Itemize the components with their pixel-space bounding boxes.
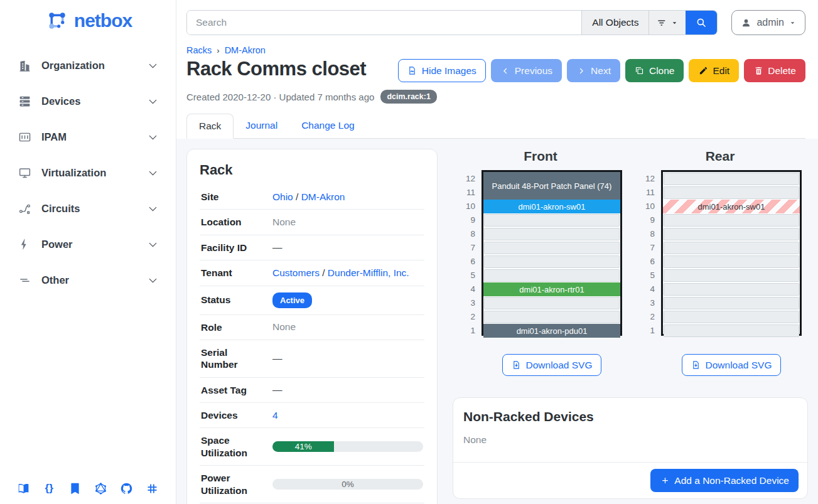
rack-slot-u2[interactable] — [663, 310, 800, 324]
book-open-icon[interactable] — [16, 481, 30, 495]
download-svg-button[interactable]: Download SVG — [682, 354, 782, 376]
empty-unit[interactable] — [484, 255, 620, 268]
empty-unit[interactable] — [484, 214, 620, 227]
sidebar-item-power[interactable]: Power — [0, 227, 176, 262]
rack-slot-u2[interactable] — [483, 310, 620, 324]
info-row-role: RoleNone — [200, 315, 424, 340]
value-link[interactable]: 4 — [272, 410, 278, 421]
breadcrumb-racks[interactable]: Racks — [186, 45, 212, 55]
value-link[interactable]: Ohio — [272, 191, 293, 202]
info-label: Location — [201, 216, 262, 228]
sidebar-item-circuits[interactable]: Circuits — [0, 191, 176, 227]
server-icon — [18, 95, 31, 109]
download-svg-button[interactable]: Download SVG — [502, 354, 602, 376]
search-input[interactable] — [187, 11, 581, 35]
rack-slot-u4[interactable] — [663, 282, 800, 296]
empty-unit[interactable] — [484, 297, 620, 309]
hide-images-button[interactable]: Hide Images — [398, 59, 486, 82]
user-menu[interactable]: admin — [731, 10, 805, 35]
non-racked-devices-card: Non-Racked Devices None Add a Non-Racked… — [453, 397, 808, 499]
breadcrumb-dm-akron[interactable]: DM-Akron — [225, 45, 266, 55]
elevation-body: 121110987654321Panduit 48-Port Patch Pan… — [459, 170, 622, 338]
sidebar-item-virtualization[interactable]: Virtualization — [0, 155, 176, 191]
rack-slot-u6[interactable] — [663, 255, 800, 269]
non-racked-title: Non-Racked Devices — [463, 409, 797, 424]
created-updated-text: Created 2020-12-20 · Updated 7 months ag… — [186, 92, 374, 102]
github-icon[interactable] — [120, 481, 134, 495]
empty-unit[interactable] — [664, 324, 799, 337]
braces-icon[interactable]: {} — [42, 481, 56, 495]
empty-unit[interactable] — [484, 228, 620, 240]
progress-label: 0% — [272, 479, 423, 490]
rack-slot-u6[interactable] — [483, 255, 620, 269]
bookmark-icon[interactable] — [68, 481, 82, 495]
rack-slot-u7[interactable] — [483, 241, 620, 255]
app: netbox OrganizationDevicesIPAMVirtualiza… — [0, 0, 818, 504]
add-non-racked-device-button[interactable]: Add a Non-Racked Device — [650, 469, 799, 492]
sidebar-item-other[interactable]: Other — [0, 262, 176, 298]
info-label: Devices — [201, 409, 262, 421]
rack-device[interactable]: dmi01-akron-rtr01 — [483, 282, 620, 296]
empty-unit[interactable] — [664, 214, 799, 227]
graphql-icon[interactable] — [94, 481, 108, 495]
rack-device[interactable]: Panduit 48-Port Patch Panel (74) — [483, 172, 620, 200]
empty-unit[interactable] — [664, 269, 799, 282]
unit-number: 8 — [638, 227, 655, 241]
empty-unit[interactable] — [664, 297, 799, 309]
empty-unit[interactable] — [664, 255, 799, 268]
rack-device[interactable]: dmi01-akron-sw01 — [483, 200, 620, 213]
delete-button[interactable]: Delete — [744, 59, 805, 82]
rack-slot-u3[interactable] — [483, 296, 620, 310]
rack-slot-u7[interactable] — [663, 241, 800, 255]
next-button[interactable]: Next — [567, 59, 620, 82]
value-link[interactable]: DM-Akron — [301, 191, 345, 202]
empty-unit[interactable] — [664, 228, 799, 240]
unit-number: 9 — [459, 213, 475, 227]
chevron-right-icon: › — [217, 46, 219, 55]
sidebar-item-devices[interactable]: Devices — [0, 83, 176, 119]
rack-slot-u1[interactable] — [663, 324, 800, 338]
empty-unit[interactable] — [664, 242, 799, 254]
rack-slot-u11[interactable] — [663, 186, 800, 200]
rack-slot-u9[interactable] — [483, 213, 620, 227]
rack-slot-u8[interactable] — [483, 227, 620, 241]
slack-icon[interactable] — [146, 481, 159, 495]
edit-button[interactable]: Edit — [689, 59, 739, 82]
empty-unit[interactable] — [484, 242, 620, 254]
object-type-select[interactable]: All Objects — [581, 11, 648, 35]
chevron-down-icon — [147, 239, 159, 251]
page-title: Rack Comms closet — [186, 58, 366, 80]
rack-slot-u12[interactable] — [663, 172, 800, 186]
rack-slot-u3[interactable] — [663, 296, 800, 310]
value-link[interactable]: Customers — [272, 267, 320, 278]
rack-card-title: Rack — [200, 162, 424, 178]
empty-unit[interactable] — [484, 269, 620, 282]
main: All Objects admin Racks › — [176, 0, 818, 504]
search-button[interactable] — [686, 11, 717, 35]
empty-unit[interactable] — [664, 186, 799, 199]
clone-button[interactable]: Clone — [625, 59, 684, 82]
rack-slot-u8[interactable] — [663, 227, 800, 241]
sidebar: netbox OrganizationDevicesIPAMVirtualiza… — [0, 0, 176, 504]
search-filter-button[interactable] — [648, 11, 686, 35]
rack-device[interactable]: dmi01-akron-pdu01 — [483, 324, 620, 338]
unit-number: 7 — [638, 241, 655, 255]
sidebar-item-organization[interactable]: Organization — [0, 48, 176, 83]
previous-button[interactable]: Previous — [491, 59, 562, 82]
empty-unit[interactable] — [484, 311, 620, 323]
empty-unit[interactable] — [664, 283, 799, 296]
rack-slot-u5[interactable] — [483, 269, 620, 282]
netbox-logo[interactable]: netbox — [0, 0, 176, 39]
value-link[interactable]: Dunder-Mifflin, Inc. — [328, 267, 409, 278]
rack-slot-u9[interactable] — [663, 213, 800, 227]
tab-journal[interactable]: Journal — [234, 114, 289, 138]
rack-device[interactable]: dmi01-akron-sw01 — [663, 200, 800, 213]
rack-slot-u5[interactable] — [663, 269, 800, 282]
sidebar-item-ipam[interactable]: IPAM — [0, 119, 176, 155]
empty-unit[interactable] — [664, 311, 799, 323]
building-icon — [18, 59, 31, 73]
tab-rack[interactable]: Rack — [186, 114, 234, 139]
info-value: — — [262, 353, 423, 364]
tab-change-log[interactable]: Change Log — [289, 114, 366, 138]
empty-unit[interactable] — [664, 173, 799, 185]
